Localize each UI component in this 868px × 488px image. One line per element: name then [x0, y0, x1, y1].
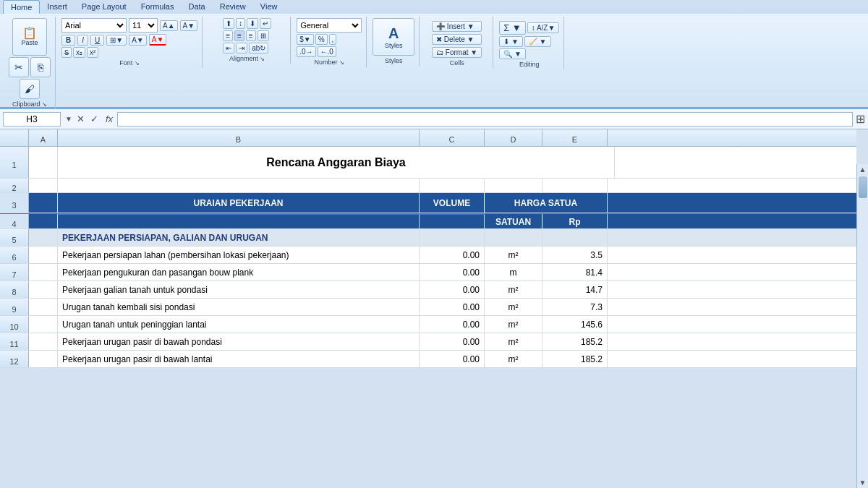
cell-a11[interactable]: [29, 333, 58, 350]
decrease-indent-button[interactable]: ⇤: [223, 43, 234, 53]
superscript-button[interactable]: x²: [87, 47, 98, 58]
cell-a12[interactable]: [29, 351, 58, 367]
align-bottom-button[interactable]: ⬇: [247, 18, 258, 29]
cell-d2[interactable]: [485, 179, 542, 192]
cell-d9[interactable]: m²: [485, 299, 542, 315]
increase-decimal-button[interactable]: ←.0: [318, 46, 336, 57]
cell-c2[interactable]: [420, 179, 485, 192]
tab-formulas[interactable]: Formulas: [134, 0, 182, 14]
cell-d11[interactable]: m²: [485, 333, 542, 350]
cell-c10[interactable]: 0.00: [420, 316, 485, 333]
cell-c8[interactable]: 0.00: [420, 281, 485, 298]
number-format-select[interactable]: General: [297, 18, 362, 33]
cell-e12[interactable]: 185.2: [542, 351, 608, 367]
cell-a10[interactable]: [29, 316, 58, 333]
cell-b10[interactable]: Urugan tanah untuk peninggian lantai: [58, 316, 420, 333]
cell-e10[interactable]: 145.6: [542, 316, 608, 333]
percent-button[interactable]: %: [315, 34, 328, 45]
decrease-font-button[interactable]: A▼: [180, 20, 198, 31]
col-header-c[interactable]: C: [420, 129, 485, 146]
tab-review[interactable]: Review: [213, 0, 253, 14]
cell-b11[interactable]: Pekerjaan urugan pasir di bawah pondasi: [58, 333, 420, 350]
format-button[interactable]: 🗂 Format ▼: [432, 47, 482, 58]
cell-b6[interactable]: Pekerjaan persiapan lahan (pembersihan l…: [58, 247, 420, 263]
cell-a5[interactable]: [29, 229, 58, 246]
fill-button[interactable]: ⬇ ▼: [499, 36, 523, 47]
align-left-button[interactable]: ≡: [223, 30, 233, 41]
col-header-b[interactable]: B: [58, 129, 420, 146]
cell-c9[interactable]: 0.00: [420, 299, 485, 315]
cell-a8[interactable]: [29, 281, 58, 298]
increase-indent-button[interactable]: ⇥: [236, 43, 247, 53]
cell-e4[interactable]: Rp: [542, 214, 608, 228]
cell-d4[interactable]: SATUAN: [485, 214, 542, 228]
underline-button[interactable]: U: [90, 35, 104, 46]
cell-b9[interactable]: Urugan tanah kembali sisi pondasi: [58, 299, 420, 315]
cell-e9[interactable]: 7.3: [542, 299, 608, 315]
cell-c12[interactable]: 0.00: [420, 351, 485, 367]
comma-button[interactable]: ,: [329, 34, 337, 45]
cell-b7[interactable]: Pekerjaan pengukuran dan pasangan bouw p…: [58, 264, 420, 281]
tab-view[interactable]: View: [253, 0, 285, 14]
cell-d6[interactable]: m²: [485, 247, 542, 263]
currency-button[interactable]: $▼: [297, 34, 313, 45]
delete-button[interactable]: ✖ Delete ▼: [432, 34, 482, 45]
increase-font-button[interactable]: A▲: [160, 20, 178, 31]
font-color-button[interactable]: A▼: [149, 34, 167, 46]
tab-insert[interactable]: Insert: [40, 0, 75, 14]
cell-a1[interactable]: [29, 147, 58, 178]
border-button[interactable]: ⊞▼: [106, 35, 127, 46]
cell-b5[interactable]: PEKERJAAN PERSIAPAN, GALIAN DAN URUGAN: [58, 229, 420, 246]
styles-button[interactable]: A Styles: [373, 18, 414, 56]
formula-input[interactable]: [117, 112, 853, 127]
cell-b3[interactable]: URAIAN PEKERJAAN: [58, 193, 420, 213]
cell-d7[interactable]: m: [485, 264, 542, 281]
cell-b8[interactable]: Pekerjaan galian tanah untuk pondasi: [58, 281, 420, 298]
cell-d3-header[interactable]: HARGA SATUA: [485, 193, 608, 213]
format-painter-button[interactable]: 🖌: [20, 79, 40, 99]
cut-button[interactable]: ✂: [9, 57, 29, 77]
clear-button[interactable]: 🧹 ▼: [524, 36, 551, 47]
cell-d8[interactable]: m²: [485, 281, 542, 298]
scroll-up-arrow[interactable]: ▲: [858, 164, 868, 175]
cell-a4[interactable]: [29, 214, 58, 228]
insert-button[interactable]: ➕ Insert ▼: [432, 21, 482, 32]
align-top-button[interactable]: ⬆: [223, 18, 234, 29]
cell-d12[interactable]: m²: [485, 351, 542, 367]
sort-button[interactable]: ↕ A/Z▼: [527, 22, 560, 33]
tab-home[interactable]: Home: [3, 0, 40, 14]
cell-d5[interactable]: [485, 229, 542, 246]
cell-b2[interactable]: [58, 179, 420, 192]
cell-a3[interactable]: [29, 193, 58, 213]
font-name-select[interactable]: Arial: [61, 18, 127, 33]
cell-c11[interactable]: 0.00: [420, 333, 485, 350]
cell-e7[interactable]: 81.4: [542, 264, 608, 281]
col-header-d[interactable]: D: [485, 129, 542, 146]
expand-arrow[interactable]: ▼: [65, 115, 72, 123]
font-size-select[interactable]: 11: [129, 18, 158, 33]
align-center-button[interactable]: ≡: [234, 30, 244, 41]
cell-a7[interactable]: [29, 264, 58, 281]
cell-b1-merged[interactable]: Rencana Anggaran Biaya: [58, 147, 615, 178]
scroll-thumb[interactable]: [859, 176, 867, 198]
find-replace-button[interactable]: 🔍 ▼: [499, 48, 526, 59]
tab-data[interactable]: Data: [181, 0, 212, 14]
col-header-a[interactable]: A: [29, 129, 58, 146]
decrease-decimal-button[interactable]: .0→: [297, 46, 315, 57]
cell-e6[interactable]: 3.5: [542, 247, 608, 263]
copy-button[interactable]: ⎘: [30, 57, 51, 77]
cell-e8[interactable]: 14.7: [542, 281, 608, 298]
cell-c4[interactable]: [420, 214, 485, 228]
cell-c6[interactable]: 0.00: [420, 247, 485, 263]
cell-d10[interactable]: m²: [485, 316, 542, 333]
align-right-button[interactable]: ≡: [246, 30, 256, 41]
cell-a6[interactable]: [29, 247, 58, 263]
align-middle-button[interactable]: ↕: [236, 18, 245, 29]
expand-formula-icon[interactable]: ⊞: [856, 112, 865, 126]
tab-page-layout[interactable]: Page Layout: [75, 0, 134, 14]
merge-center-button[interactable]: ⊞: [258, 30, 269, 41]
cell-c7[interactable]: 0.00: [420, 264, 485, 281]
cell-b12[interactable]: Pekerjaan urugan pasir di bawah lantai: [58, 351, 420, 367]
function-icon[interactable]: fx: [106, 114, 113, 124]
bold-button[interactable]: B: [61, 35, 75, 46]
